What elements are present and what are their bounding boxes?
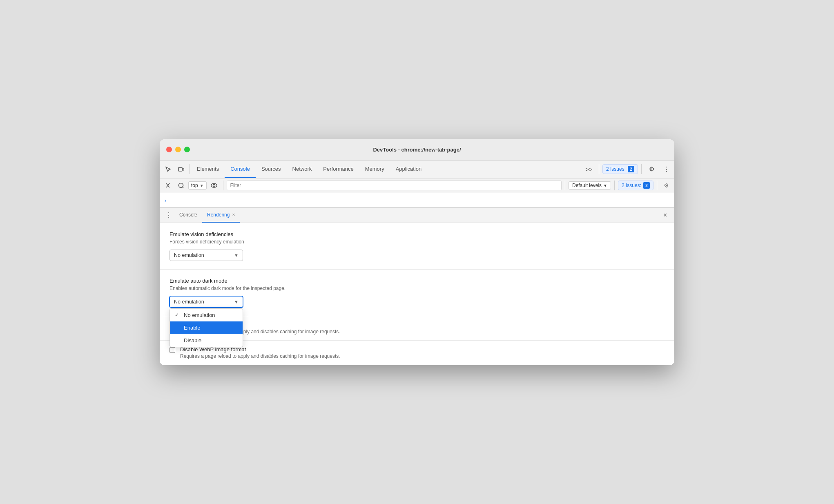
issues-label: 2 Issues:: [606, 166, 626, 172]
maximize-button[interactable]: [184, 147, 190, 152]
vision-deficiencies-desc: Forces vision deficiency emulation: [169, 239, 665, 245]
vision-deficiencies-title: Emulate vision deficiencies: [169, 231, 665, 237]
more-tabs-button[interactable]: >>: [582, 163, 595, 176]
tab-network[interactable]: Network: [287, 160, 318, 178]
webp-title: Disable WebP image format: [180, 346, 665, 352]
customize-button[interactable]: ⋮: [660, 163, 673, 176]
auto-dark-mode-title: Emulate auto dark mode: [169, 278, 665, 284]
context-selector[interactable]: top ▼: [188, 181, 207, 190]
dark-mode-dropdown-arrow-icon: ▼: [234, 299, 239, 304]
auto-dark-mode-section: Emulate auto dark mode Enables automatic…: [160, 270, 674, 316]
device-toolbar-button[interactable]: [174, 163, 187, 176]
minimize-button[interactable]: [175, 147, 181, 152]
dropdown-item-enable[interactable]: Enable: [170, 321, 243, 334]
tab-console[interactable]: Console: [225, 160, 256, 178]
auto-dark-mode-dropdown[interactable]: No emulation ▼: [169, 296, 243, 308]
drawer-tabs: ⋮ Console Rendering × ×: [160, 208, 674, 223]
console-issues-badge: 2: [643, 182, 650, 189]
tab-elements[interactable]: Elements: [191, 160, 225, 178]
eye-button[interactable]: [208, 180, 220, 191]
title-bar: DevTools - chrome://new-tab-page/: [160, 139, 674, 161]
drawer-close-button[interactable]: ×: [660, 210, 671, 221]
devtools-window: DevTools - chrome://new-tab-page/ Elemen…: [160, 139, 674, 365]
toolbar-divider: [189, 164, 190, 174]
vision-deficiencies-dropdown[interactable]: No emulation ▼: [169, 250, 243, 261]
svg-point-5: [211, 183, 217, 187]
auto-dark-mode-menu: ✓ No emulation Enable Disable: [169, 308, 243, 347]
toolbar-divider-2: [599, 164, 599, 174]
checkmark-icon: ✓: [175, 312, 181, 318]
drawer: ⋮ Console Rendering × × Emulate vision d…: [160, 207, 674, 365]
console-toolbar: top ▼ Default levels ▼ 2 Issues: 2 ⚙: [160, 178, 674, 193]
svg-marker-2: [166, 183, 170, 187]
svg-rect-1: [183, 168, 184, 170]
window-title: DevTools - chrome://new-tab-page/: [373, 147, 461, 153]
svg-rect-0: [178, 167, 182, 171]
inspect-element-button[interactable]: [161, 163, 174, 176]
clear-console-button[interactable]: [162, 180, 174, 191]
console-prompt[interactable]: ›: [165, 197, 166, 203]
drawer-tab-rendering[interactable]: Rendering ×: [202, 208, 240, 223]
levels-arrow-icon: ▼: [603, 183, 607, 188]
settings-button[interactable]: ⚙: [645, 163, 658, 176]
auto-dark-mode-desc: Enables automatic dark mode for the insp…: [169, 285, 665, 291]
console-area: ›: [160, 193, 674, 207]
issues-button[interactable]: 2 Issues: 2: [602, 164, 638, 174]
context-arrow-icon: ▼: [200, 183, 204, 188]
main-tabs: Elements Console Sources Network Perform…: [191, 160, 582, 178]
console-divider-3: [614, 181, 615, 190]
svg-point-6: [213, 185, 215, 187]
vision-deficiencies-section: Emulate vision deficiencies Forces visio…: [160, 223, 674, 270]
dropdown-item-disable[interactable]: Disable: [170, 334, 243, 347]
close-button[interactable]: [166, 147, 172, 152]
vision-dropdown-arrow-icon: ▼: [234, 253, 239, 258]
console-settings-button[interactable]: ⚙: [660, 180, 672, 191]
webp-desc: Requires a page reload to apply and disa…: [180, 353, 665, 359]
console-issues-button[interactable]: 2 Issues: 2: [618, 181, 653, 190]
tab-memory[interactable]: Memory: [359, 160, 390, 178]
levels-dropdown[interactable]: Default levels ▼: [569, 181, 611, 190]
toolbar-right: >> 2 Issues: 2 ⚙ ⋮: [582, 163, 673, 176]
tab-application[interactable]: Application: [390, 160, 428, 178]
drawer-tab-console[interactable]: Console: [174, 208, 202, 223]
rendering-content: Emulate vision deficiencies Forces visio…: [160, 223, 674, 365]
traffic-lights: [166, 147, 190, 152]
filter-input[interactable]: [227, 181, 562, 190]
main-toolbar: Elements Console Sources Network Perform…: [160, 161, 674, 178]
dropdown-item-no-emulation[interactable]: ✓ No emulation: [170, 309, 243, 321]
drawer-menu-button[interactable]: ⋮: [163, 208, 174, 223]
issues-count-badge: 2: [628, 166, 634, 172]
tab-sources[interactable]: Sources: [256, 160, 287, 178]
avif-desc: Requires a page reload to apply and disa…: [180, 329, 665, 335]
tab-performance[interactable]: Performance: [317, 160, 359, 178]
console-divider-4: [657, 181, 657, 190]
console-divider: [223, 181, 223, 190]
toolbar-divider-3: [641, 164, 642, 174]
console-divider-2: [565, 181, 565, 190]
avif-title: Disable AVIF image format: [180, 322, 665, 328]
filter-button[interactable]: [175, 180, 187, 191]
avif-label-group: Disable AVIF image format Requires a pag…: [180, 322, 665, 335]
webp-label-group: Disable WebP image format Requires a pag…: [180, 346, 665, 359]
rendering-tab-close[interactable]: ×: [232, 212, 235, 218]
webp-checkbox[interactable]: [169, 347, 175, 353]
